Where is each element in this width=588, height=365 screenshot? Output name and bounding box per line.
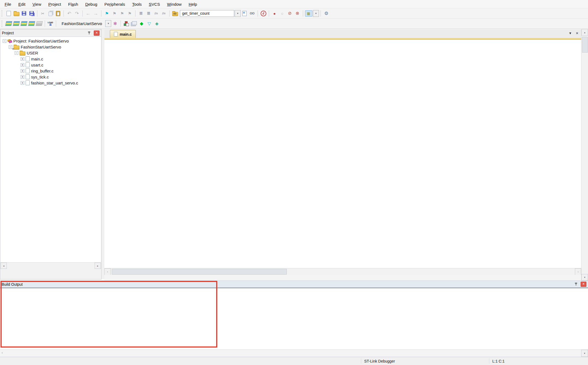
panel-splitter[interactable]	[101, 29, 104, 279]
menu-project[interactable]: Project	[45, 1, 65, 8]
collapse-icon[interactable]: −	[3, 39, 6, 43]
menu-flash[interactable]: Flash	[65, 1, 82, 8]
clear-bookmarks-icon[interactable]: ⚑	[126, 10, 134, 17]
scroll-right-icon[interactable]: ▸	[95, 263, 101, 269]
indent-icon[interactable]: ≣	[145, 10, 152, 17]
pin-icon[interactable]	[574, 282, 578, 286]
toolbar-separator	[135, 10, 135, 17]
open-file-icon[interactable]	[13, 10, 20, 17]
scroll-right-icon[interactable]: ›	[575, 268, 581, 275]
build-icon[interactable]	[13, 20, 20, 27]
scroll-up-icon[interactable]: ▴	[581, 29, 588, 36]
find-icon[interactable]: ʘʘ	[248, 10, 256, 17]
editor-horizontal-scrollbar[interactable]: ‹ ›	[104, 268, 581, 275]
close-icon[interactable]: ✕	[94, 31, 99, 36]
select-software-packs-icon[interactable]: ▽	[145, 20, 153, 27]
toolbar-grip[interactable]	[2, 10, 3, 17]
save-icon[interactable]	[20, 10, 28, 17]
kill-all-breakpoints-icon[interactable]: ⊗	[294, 10, 301, 17]
tab-main-c[interactable]: main.c	[110, 30, 136, 38]
manage-project-items-icon[interactable]: ◆	[138, 20, 145, 27]
expand-icon[interactable]: +	[21, 63, 24, 67]
manage-rte-icon[interactable]	[122, 20, 130, 27]
scrollbar-thumb[interactable]	[582, 37, 588, 53]
download-to-flash-icon[interactable]	[47, 20, 54, 27]
tree-item-user[interactable]: −USER	[1, 50, 101, 56]
scrollbar-thumb[interactable]	[112, 269, 287, 275]
tree-item-ring-buffer-c[interactable]: +ring_buffer.c	[1, 68, 101, 74]
code-editor[interactable]	[104, 40, 581, 268]
expand-icon[interactable]: +	[21, 81, 24, 85]
redo-icon[interactable]: ↷	[73, 10, 81, 17]
save-all-icon[interactable]	[28, 10, 35, 17]
incremental-find-icon[interactable]	[241, 10, 248, 17]
collapse-icon[interactable]: −	[15, 51, 18, 55]
tab-close-icon[interactable]: ✕	[576, 31, 578, 35]
editor-vertical-scrollbar[interactable]: ▴ ▾	[581, 29, 588, 281]
menu-tools[interactable]: Tools	[129, 1, 145, 8]
insert-breakpoint-icon[interactable]: ●	[271, 10, 278, 17]
tab-list-dropdown-icon[interactable]: ▼	[569, 31, 572, 35]
pin-icon[interactable]	[88, 31, 91, 35]
project-tree[interactable]: −Project: FashionStarUartServo−FashionSt…	[1, 37, 101, 262]
cut-icon[interactable]: ✂	[39, 10, 47, 17]
tree-item-sys-tick-c[interactable]: +sys_tick.c	[1, 74, 101, 80]
menu-peripherals[interactable]: Peripherals	[101, 1, 129, 8]
project-horizontal-scrollbar[interactable]: ◂ ▸	[1, 262, 101, 269]
scroll-left-icon[interactable]: ‹	[2, 351, 3, 355]
toolbar-grip[interactable]	[2, 20, 3, 27]
batch-build-icon[interactable]	[28, 20, 35, 27]
bottom-scrollbar-strip[interactable]: ‹ ▾	[0, 349, 588, 357]
tree-item-fashion-star-uart-servo-c[interactable]: +fashion_star_uart_servo.c	[1, 80, 101, 86]
uncomment-selection-icon[interactable]: //≡	[160, 10, 168, 17]
debug-restore-views-dropdown[interactable]: ▼	[313, 10, 319, 17]
undo-icon[interactable]: ↶	[65, 10, 73, 17]
menu-window[interactable]: Window	[164, 1, 185, 8]
stop-build-icon[interactable]	[35, 20, 43, 27]
tree-item-project-fashionstaruartservo[interactable]: −Project: FashionStarUartServo	[1, 38, 101, 44]
tree-item-usart-c[interactable]: +usart.c	[1, 62, 101, 68]
find-combo-dropdown[interactable]: ▼	[235, 10, 241, 17]
translate-icon[interactable]	[5, 20, 13, 27]
expand-icon[interactable]: +	[21, 75, 24, 79]
target-select[interactable]: FashionStarUartServo	[58, 21, 105, 26]
target-select-dropdown[interactable]: ▼	[105, 20, 111, 27]
build-output-log[interactable]	[0, 288, 588, 349]
previous-bookmark-icon[interactable]: ⚑	[111, 10, 118, 17]
scroll-down-icon[interactable]: ▾	[581, 350, 588, 357]
expand-icon[interactable]: +	[21, 57, 24, 61]
tree-item-main-c[interactable]: +main.c	[1, 56, 101, 62]
disable-all-breakpoints-icon[interactable]: ⊘	[286, 10, 294, 17]
find-in-files-icon[interactable]	[171, 10, 179, 17]
scroll-down-icon[interactable]: ▾	[581, 274, 588, 281]
manage-windows-icon[interactable]	[130, 20, 138, 27]
copy-icon[interactable]	[47, 10, 54, 17]
configure-target-icon[interactable]: ⚙	[322, 10, 330, 17]
pack-installer-icon[interactable]	[153, 20, 161, 27]
scroll-left-icon[interactable]: ◂	[1, 263, 7, 269]
menu-view[interactable]: View	[29, 1, 45, 8]
find-text-combo[interactable]: get_timer_count	[180, 10, 234, 17]
options-for-target-icon[interactable]: ✻	[111, 20, 119, 27]
scroll-left-icon[interactable]: ‹	[104, 268, 111, 275]
navigate-back-icon[interactable]: ←	[84, 10, 92, 17]
rebuild-all-icon[interactable]	[20, 20, 28, 27]
comment-selection-icon[interactable]: //≡	[152, 10, 160, 17]
close-icon[interactable]: ✕	[581, 282, 586, 287]
menu-svcs[interactable]: SVCS	[145, 1, 164, 8]
toggle-bookmark-icon[interactable]: ⚑	[103, 10, 111, 17]
menu-file[interactable]: File	[1, 1, 15, 8]
menu-edit[interactable]: Edit	[15, 1, 29, 8]
paste-icon[interactable]	[54, 10, 62, 17]
enable-disable-breakpoint-icon[interactable]: ○	[278, 10, 286, 17]
menu-help[interactable]: Help	[185, 1, 201, 8]
new-file-icon[interactable]	[5, 10, 13, 17]
expand-icon[interactable]: +	[21, 69, 24, 73]
navigate-forward-icon[interactable]: →	[92, 10, 99, 17]
tree-item-fashionstaruartservo[interactable]: −FashionStarUartServo	[1, 44, 101, 50]
start-stop-debug-icon[interactable]	[260, 10, 267, 17]
menu-debug[interactable]: Debug	[82, 1, 101, 8]
unindent-icon[interactable]: ≣	[137, 10, 145, 17]
debug-restore-views-icon[interactable]	[305, 10, 312, 17]
next-bookmark-icon[interactable]: ⚑	[118, 10, 126, 17]
